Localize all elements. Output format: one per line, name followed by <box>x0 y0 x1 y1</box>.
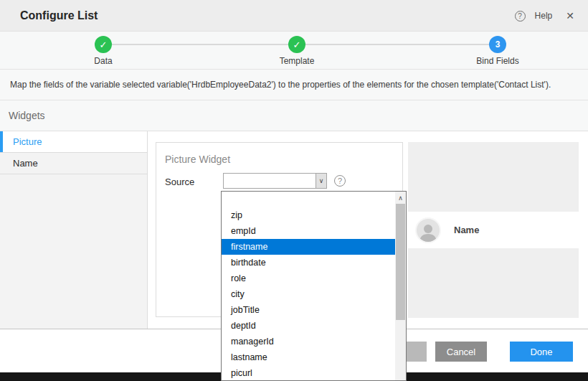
source-label: Source <box>165 177 194 187</box>
widgets-heading-bar: Widgets <box>0 100 588 131</box>
dropdown-option-jobtitle[interactable]: jobTitle <box>222 302 395 318</box>
cancel-button[interactable]: Cancel <box>435 342 487 362</box>
step-complete-icon: ✓ <box>288 36 305 53</box>
sidebar-item-label: Picture <box>13 136 42 147</box>
panel-title: Picture Widget <box>165 154 230 165</box>
dropdown-option-zip[interactable]: zip <box>222 207 395 223</box>
widgets-heading: Widgets <box>9 110 45 121</box>
dropdown-options: zip empId firstname birthdate role city … <box>222 192 395 380</box>
sidebar-item-label: Name <box>13 158 38 169</box>
active-indicator-bar <box>0 131 3 152</box>
source-dropdown-list: zip empId firstname birthdate role city … <box>221 191 407 381</box>
avatar <box>415 217 441 243</box>
done-button[interactable]: Done <box>510 342 573 362</box>
dropdown-option-birthdate[interactable]: birthdate <box>222 255 395 271</box>
step-label: Template <box>254 56 340 66</box>
sidebar-item-picture[interactable]: Picture <box>0 131 147 153</box>
header-actions: ? Help ✕ <box>515 0 574 32</box>
wizard-stepper: ✓ Data ✓ Template 3 Bind Fields <box>0 32 588 70</box>
dropdown-option-managerid[interactable]: managerId <box>222 334 395 349</box>
help-icon[interactable]: ? <box>515 11 526 22</box>
person-icon <box>417 222 439 242</box>
preview-contact-row: Name <box>408 212 579 248</box>
step-number-icon: 3 <box>489 36 506 53</box>
dropdown-option-blank[interactable] <box>222 192 395 207</box>
widgets-sidebar: Picture Name <box>0 131 148 329</box>
dialog-header: Configure List ? Help ✕ <box>0 0 588 32</box>
chevron-down-icon[interactable]: ∨ <box>316 174 326 188</box>
template-preview: Name <box>408 142 579 318</box>
source-help-icon[interactable]: ? <box>334 175 346 187</box>
dropdown-option-empid[interactable]: empId <box>222 223 395 239</box>
dropdown-scrollbar[interactable]: ∧ <box>395 192 406 380</box>
dropdown-option-picurl[interactable]: picurl <box>222 365 395 380</box>
description-text: Map the fields of the variable selected … <box>10 80 551 90</box>
step-label: Data <box>60 56 146 66</box>
step-data[interactable]: ✓ Data <box>60 36 146 66</box>
dropdown-option-lastname[interactable]: lastname <box>222 349 395 365</box>
dialog-title: Configure List <box>20 9 98 22</box>
step-complete-icon: ✓ <box>95 36 112 53</box>
scrollbar-thumb[interactable] <box>396 204 405 320</box>
sidebar-item-name[interactable]: Name <box>0 153 147 174</box>
dropdown-option-deptid[interactable]: deptId <box>222 318 395 334</box>
help-button[interactable]: Help <box>535 11 553 21</box>
description-bar: Map the fields of the variable selected … <box>0 70 588 100</box>
source-select[interactable]: ∨ <box>223 173 327 189</box>
scroll-up-icon[interactable]: ∧ <box>395 192 406 204</box>
dropdown-option-firstname[interactable]: firstname <box>222 239 395 255</box>
close-icon[interactable]: ✕ <box>566 10 574 22</box>
step-label: Bind Fields <box>455 56 541 66</box>
step-bind-fields[interactable]: 3 Bind Fields <box>455 36 541 66</box>
dropdown-option-city[interactable]: city <box>222 286 395 302</box>
preview-name-label: Name <box>454 225 479 235</box>
dropdown-option-role[interactable]: role <box>222 271 395 286</box>
step-template[interactable]: ✓ Template <box>254 36 340 66</box>
